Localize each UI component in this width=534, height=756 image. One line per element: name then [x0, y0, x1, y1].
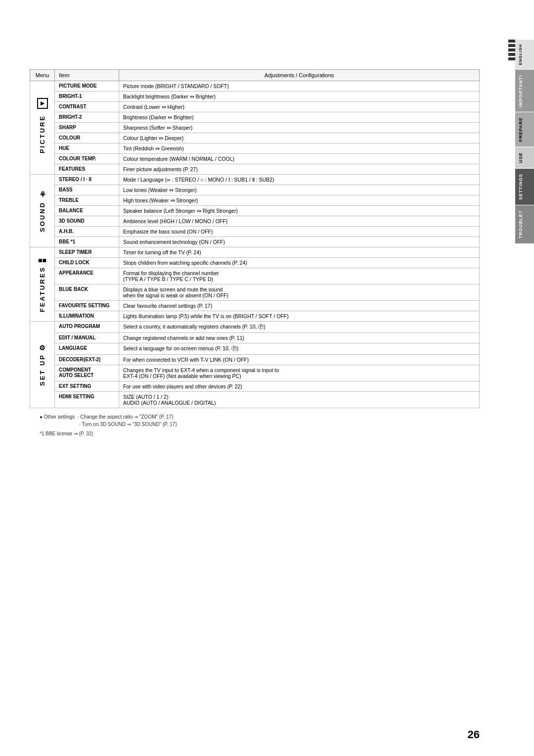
- table-row: ILLUMINATION Lights illumination lamp (P…: [30, 311, 480, 322]
- item-cell: COLOUR: [55, 133, 119, 143]
- adjustment-cell: Lights illumination lamp (P.5) while the…: [119, 311, 480, 322]
- note-2: · Turn on 3D SOUND ⇒ "3D SOUND" (P. 17): [40, 422, 480, 427]
- table-row: BLUE BACK Displays a blue screen and mut…: [30, 284, 480, 301]
- item-cell: BASS: [55, 185, 119, 195]
- sound-section-cell: ⚘ SOUND: [30, 175, 55, 247]
- item-cell: STEREO / I · II: [55, 175, 119, 185]
- notes-section: ● Other settings · Change the aspect rat…: [30, 414, 480, 436]
- tab-use[interactable]: USE: [515, 147, 534, 168]
- adjustment-cell: Speaker balance (Left Stronger ⇔ Right S…: [119, 206, 480, 216]
- adjustment-cell: Tint (Reddish ⇔ Greenish): [119, 143, 480, 154]
- adjustment-cell: Colour temperature (WARM / NORMAL / COOL…: [119, 154, 480, 164]
- table-row: TREBLE High tones (Weaker ⇔ Stronger): [30, 195, 480, 206]
- stripe-decoration: [508, 40, 515, 60]
- page-number: 26: [468, 728, 480, 741]
- adjustment-cell: Brightness (Darker ⇔ Brighter): [119, 112, 480, 123]
- table-row: COMPONENTAUTO SELECT Changes the TV inpu…: [30, 365, 480, 381]
- item-cell: BRIGHT-2: [55, 112, 119, 123]
- adjustment-cell: Format for displaying the channel number…: [119, 268, 480, 284]
- tab-english[interactable]: ENGLISH: [515, 40, 534, 69]
- item-cell: COLOUR TEMP.: [55, 154, 119, 164]
- table-row: ▶ PICTURE PICTURE MODE Picture mode (BRI…: [30, 81, 480, 92]
- item-cell: APPEARANCE: [55, 268, 119, 284]
- tab-prepare[interactable]: PREPARE: [515, 112, 534, 147]
- table-row: ⚙ SET UP AUTO PROGRAM Select a country, …: [30, 322, 480, 333]
- setup-section-cell: ⚙ SET UP: [30, 322, 55, 408]
- tab-important[interactable]: IMPORTANT!: [515, 69, 534, 112]
- item-cell: BRIGHT-1: [55, 92, 119, 102]
- adjustment-cell: Sound enhancement technology (ON / OFF): [119, 237, 480, 247]
- item-cell: AUTO PROGRAM: [55, 322, 119, 333]
- item-cell: SLEEP TIMER: [55, 247, 119, 258]
- picture-icon: ▶: [37, 98, 48, 109]
- header-menu: Menu: [30, 70, 55, 81]
- item-cell: FEATURES: [55, 164, 119, 175]
- table-row: BBE *1 Sound enhancement technology (ON …: [30, 237, 480, 247]
- item-cell: ILLUMINATION: [55, 311, 119, 322]
- sound-label: SOUND: [39, 201, 46, 232]
- item-cell: BBE *1: [55, 237, 119, 247]
- item-cell: EXT SETTING: [55, 381, 119, 392]
- table-row: COLOUR TEMP. Colour temperature (WARM / …: [30, 154, 480, 164]
- item-cell: TREBLE: [55, 195, 119, 206]
- item-cell: LANGUAGE: [55, 343, 119, 355]
- item-cell: BLUE BACK: [55, 284, 119, 301]
- table-row: FEATURES Finer picture adjustments (P. 2…: [30, 164, 480, 175]
- adjustment-cell: Low tones (Weaker ⇔ Stronger): [119, 185, 480, 195]
- table-row: EXT SETTING For use with video players a…: [30, 381, 480, 392]
- adjustment-cell: Mode / Language (∞ : STEREO / ○ : MONO /…: [119, 175, 480, 185]
- adjustment-cell: Emphasize the bass sound (ON / OFF): [119, 227, 480, 237]
- item-cell: CONTRAST: [55, 102, 119, 112]
- item-cell: PICTURE MODE: [55, 81, 119, 92]
- adjustment-cell: For when connected to VCR with T-V LINK …: [119, 355, 480, 365]
- sound-icon: ⚘: [39, 190, 46, 199]
- adjustment-cell: Finer picture adjustments (P. 27): [119, 164, 480, 175]
- adjustment-cell: Colour (Lighter ⇔ Deeper): [119, 133, 480, 143]
- note-3: *1 BBE license ⇒ (P. 32): [40, 431, 480, 436]
- table-row: CONTRAST Contrast (Lower ⇔ Higher): [30, 102, 480, 112]
- adjustment-cell: Select a language for on-screen menus (P…: [119, 343, 480, 355]
- adjustment-cell: Ambience level (HIGH / LOW / MONO / OFF): [119, 216, 480, 227]
- item-cell: COMPONENTAUTO SELECT: [55, 365, 119, 381]
- table-row: HDMI SETTING SIZE (AUTO / 1 / 2)AUDIO (A…: [30, 392, 480, 408]
- tab-trouble[interactable]: TROUBLE?: [515, 205, 534, 243]
- adjustment-cell: Timer for turning off the TV (P. 24): [119, 247, 480, 258]
- table-row: LANGUAGE Select a language for on-screen…: [30, 343, 480, 355]
- right-tabs: ENGLISH IMPORTANT! PREPARE USE SETTINGS …: [515, 40, 534, 243]
- adjustment-cell: Clear favourite channel settings (P. 17): [119, 301, 480, 311]
- adjustment-cell: Changes the TV input to EXT-4 when a com…: [119, 365, 480, 381]
- header-adjustments: Adjustments / Configurations: [119, 70, 480, 81]
- features-section-cell: ■■ FEATURES: [30, 247, 55, 322]
- table-row: BRIGHT-1 Backlight brightness (Darker ⇔ …: [30, 92, 480, 102]
- adjustment-cell: Change registered channels or add new on…: [119, 333, 480, 343]
- adjustment-cell: Backlight brightness (Darker ⇔ Brighter): [119, 92, 480, 102]
- features-label: FEATURES: [39, 266, 46, 312]
- adjustment-cell: Select a country, it automatically regis…: [119, 322, 480, 333]
- adjustment-cell: For use with video players and other dev…: [119, 381, 480, 392]
- table-row: CHILD LOCK Stops children from watching …: [30, 258, 480, 268]
- table-row: BALANCE Speaker balance (Left Stronger ⇔…: [30, 206, 480, 216]
- table-row: HUE Tint (Reddish ⇔ Greenish): [30, 143, 480, 154]
- item-cell: SHARP: [55, 123, 119, 133]
- adjustment-cell: Picture mode (BRIGHT / STANDARD / SOFT): [119, 81, 480, 92]
- main-content: Menu Item Adjustments / Configurations ▶…: [30, 69, 480, 436]
- item-cell: DECODER(EXT-2): [55, 355, 119, 365]
- settings-table: Menu Item Adjustments / Configurations ▶…: [30, 69, 480, 408]
- table-row: SHARP Sharpness (Softer ⇔ Sharper): [30, 123, 480, 133]
- item-cell: FAVOURITE SETTING: [55, 301, 119, 311]
- table-row: ⚘ SOUND STEREO / I · II Mode / Language …: [30, 175, 480, 185]
- table-row: DECODER(EXT-2) For when connected to VCR…: [30, 355, 480, 365]
- tab-settings[interactable]: SETTINGS: [515, 168, 534, 205]
- item-cell: A.H.B.: [55, 227, 119, 237]
- setup-label: SET UP: [39, 354, 46, 386]
- table-row: FAVOURITE SETTING Clear favourite channe…: [30, 301, 480, 311]
- table-row: ■■ FEATURES SLEEP TIMER Timer for turnin…: [30, 247, 480, 258]
- page-container: ENGLISH IMPORTANT! PREPARE USE SETTINGS …: [0, 0, 534, 756]
- table-row: 3D SOUND Ambience level (HIGH / LOW / MO…: [30, 216, 480, 227]
- picture-section-cell: ▶ PICTURE: [30, 81, 55, 175]
- table-row: EDIT / MANUAL Change registered channels…: [30, 333, 480, 343]
- adjustment-cell: High tones (Weaker ⇔ Stronger): [119, 195, 480, 206]
- item-cell: EDIT / MANUAL: [55, 333, 119, 343]
- table-row: COLOUR Colour (Lighter ⇔ Deeper): [30, 133, 480, 143]
- adjustment-cell: Displays a blue screen and mute the soun…: [119, 284, 480, 301]
